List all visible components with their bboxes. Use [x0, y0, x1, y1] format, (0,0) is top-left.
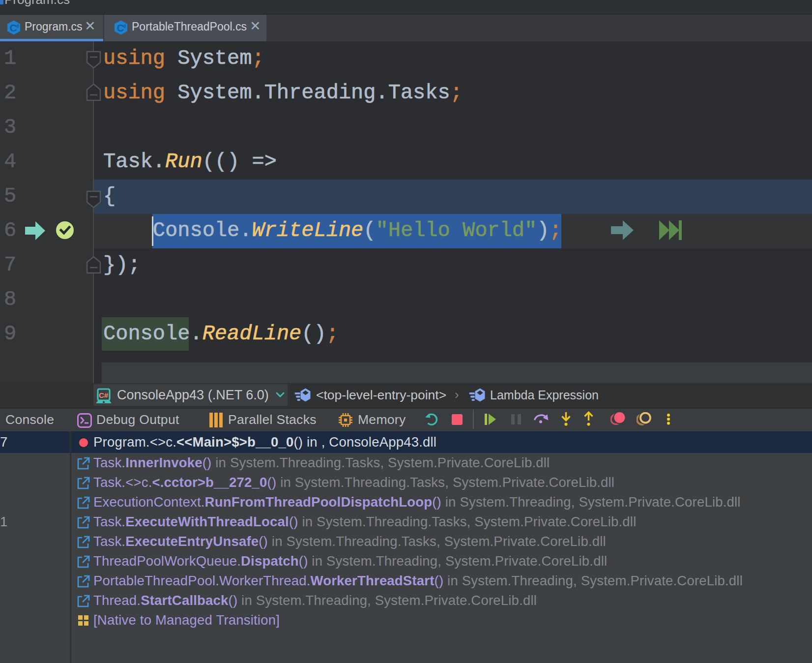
svg-text:#: #	[123, 23, 126, 29]
svg-text:C#: C#	[99, 391, 109, 399]
svg-text:#: #	[16, 23, 19, 29]
